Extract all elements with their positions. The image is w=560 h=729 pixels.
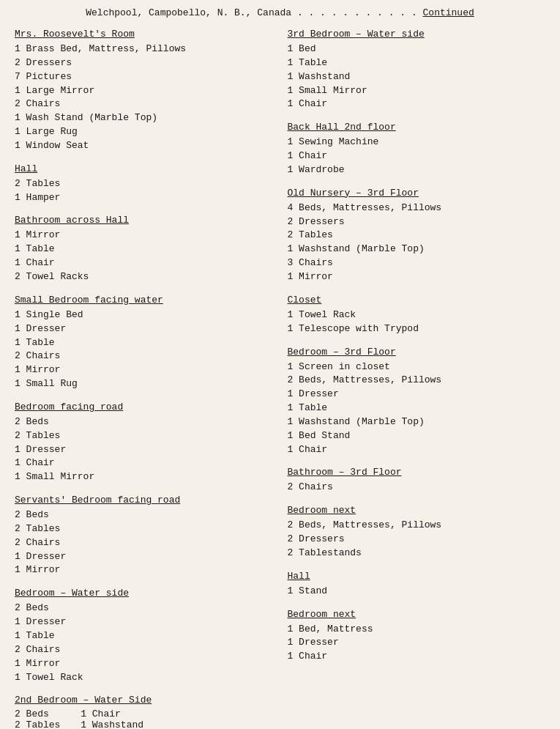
section-bathroom-3rd-floor: Bathroom – 3rd Floor2 Chairs — [288, 467, 546, 495]
section-items-bathroom-across-hall: 1 Mirror1 Table1 Chair2 Towel Racks — [15, 229, 266, 284]
list-item: 1 Stand — [288, 585, 546, 599]
list-item: 2 Chairs — [15, 536, 266, 550]
section-items-hall: 2 Tables1 Hamper — [15, 177, 266, 205]
section-bedroom-facing-road: Bedroom facing road2 Beds2 Tables1 Dress… — [15, 401, 266, 484]
list-item: 1 Wardrobe — [288, 163, 546, 177]
section-servants-bedroom-facing-road: Servants' Bedroom facing road2 Beds2 Tab… — [15, 495, 266, 577]
list-item: 1 Towel Rack — [15, 671, 266, 685]
section-title-back-hall-2nd-floor: Back Hall 2nd floor — [288, 122, 546, 133]
section-items-bedroom-next-1: 2 Beds, Mattresses, Pillows2 Dressers2 T… — [288, 519, 546, 560]
section-old-nursery-3rd-floor: Old Nursery – 3rd Floor4 Beds, Mattresse… — [288, 188, 546, 284]
section-title-small-bedroom-facing-water: Small Bedroom facing water — [15, 295, 266, 306]
list-item: 1 Mirror — [15, 563, 266, 577]
section-items-hall-2: 1 Stand — [288, 585, 546, 599]
section-bathroom-across-hall: Bathroom across Hall1 Mirror1 Table1 Cha… — [15, 215, 266, 284]
section-bedroom-3rd-floor: Bedroom – 3rd Floor1 Screen in closet2 B… — [288, 347, 546, 457]
continued-link: Continued — [423, 7, 474, 18]
list-item: 2 Beds — [15, 708, 66, 719]
list-item: 1 Hamper — [15, 191, 266, 205]
list-item: 1 Washstand (Marble Top) — [288, 243, 546, 256]
list-item: 2 Tables — [15, 719, 66, 729]
list-item: 1 Bed, Mattress — [288, 623, 546, 637]
section-title-hall-2: Hall — [288, 571, 546, 582]
list-item: 4 Beds, Mattresses, Pillows — [288, 201, 546, 215]
list-item: 1 Mirror — [15, 363, 266, 377]
list-item: 1 Small Mirror — [15, 470, 266, 484]
list-item: 1 Dresser — [15, 615, 266, 629]
list-item: 1 Small Mirror — [288, 84, 546, 98]
list-item: 1 Washstand (Marble Top) — [288, 415, 546, 429]
section-mrs-roosevelts-room: Mrs. Roosevelt's Room1 Brass Bed, Mattre… — [15, 29, 266, 153]
section-hall: Hall2 Tables1 Hamper — [15, 163, 266, 205]
list-item: 1 Dresser — [288, 388, 546, 401]
section-title-hall: Hall — [15, 163, 266, 174]
section-items-small-bedroom-facing-water: 1 Single Bed1 Dresser1 Table2 Chairs1 Mi… — [15, 308, 266, 391]
section-items-bedroom-next-2: 1 Bed, Mattress1 Dresser1 Chair — [288, 623, 546, 665]
section-title-bathroom-across-hall: Bathroom across Hall — [15, 215, 266, 226]
list-item: 1 Wash Stand (Marble Top) — [15, 111, 266, 125]
list-item: 1 Mirror — [15, 657, 266, 671]
list-item: 1 Table — [15, 629, 266, 643]
section-3rd-bedroom-water-side: 3rd Bedroom – Water side1 Bed1 Table1 Wa… — [288, 29, 546, 111]
section-title-bedroom-water-side: Bedroom – Water side — [15, 588, 266, 599]
list-item: 2 Dressers — [288, 533, 546, 547]
list-item: 1 Chair — [288, 97, 546, 111]
list-item: 1 Chair — [81, 708, 143, 719]
list-item: 1 Dresser — [15, 322, 266, 336]
section-items-bathroom-3rd-floor: 2 Chairs — [288, 481, 546, 495]
list-item: 2 Beds, Mattresses, Pillows — [288, 374, 546, 388]
list-item: 3 Chairs — [288, 256, 546, 270]
section-title-closet: Closet — [288, 295, 546, 306]
section-items-closet: 1 Towel Rack1 Telescope with Trypod — [288, 308, 546, 336]
list-item: 2 Tables — [15, 522, 266, 536]
section-closet: Closet1 Towel Rack1 Telescope with Trypo… — [288, 295, 546, 336]
list-item: 1 Mirror — [288, 270, 546, 284]
section-items-3rd-bedroom-water-side: 1 Bed1 Table1 Washstand1 Small Mirror1 C… — [288, 42, 546, 111]
two-col-items-2nd-bedroom-water-side: 2 Beds2 Tables1 Dresser1 Chair1 Washstan… — [15, 708, 266, 729]
list-item: 2 Beds — [15, 508, 266, 522]
list-item: 2 Dressers — [15, 56, 266, 70]
list-item: 2 Beds, Mattresses, Pillows — [288, 519, 546, 533]
section-title-bedroom-3rd-floor: Bedroom – 3rd Floor — [288, 347, 546, 358]
section-title-bathroom-3rd-floor: Bathroom – 3rd Floor — [288, 467, 546, 478]
list-item: 1 Chair — [288, 149, 546, 163]
list-item: 1 Chair — [15, 256, 266, 270]
section-bedroom-next-2: Bedroom next1 Bed, Mattress1 Dresser1 Ch… — [288, 609, 546, 665]
section-title-bedroom-next-1: Bedroom next — [288, 505, 546, 516]
list-item: 1 Large Mirror — [15, 84, 266, 98]
list-item: 1 Sewing Machine — [288, 136, 546, 149]
section-title-3rd-bedroom-water-side: 3rd Bedroom – Water side — [288, 29, 546, 40]
section-items-bedroom-facing-road: 2 Beds2 Tables1 Dresser1 Chair1 Small Mi… — [15, 415, 266, 484]
section-title-bedroom-facing-road: Bedroom facing road — [15, 401, 266, 412]
list-item: 1 Table — [15, 336, 266, 350]
section-2nd-bedroom-water-side: 2nd Bedroom – Water Side2 Beds2 Tables1 … — [15, 695, 266, 729]
list-item: 2 Dressers — [288, 215, 546, 229]
list-item: 2 Beds — [15, 415, 266, 429]
section-bedroom-water-side: Bedroom – Water side2 Beds1 Dresser1 Tab… — [15, 588, 266, 684]
list-item: 2 Beds — [15, 602, 266, 615]
section-back-hall-2nd-floor: Back Hall 2nd floor1 Sewing Machine1 Cha… — [288, 122, 546, 177]
list-item: 2 Chairs — [15, 349, 266, 363]
section-items-servants-bedroom-facing-road: 2 Beds2 Tables2 Chairs1 Dresser1 Mirror — [15, 508, 266, 577]
left-column: Mrs. Roosevelt's Room1 Brass Bed, Mattre… — [15, 29, 280, 729]
list-item: 1 Table — [288, 401, 546, 415]
list-item: 1 Telescope with Trypod — [288, 322, 546, 336]
list-item: 2 Tables — [288, 229, 546, 243]
list-item: 2 Tables — [15, 177, 266, 191]
list-item: 2 Chairs — [15, 643, 266, 657]
list-item: 1 Chair — [288, 650, 546, 664]
list-item: 1 Single Bed — [15, 308, 266, 322]
section-bedroom-next-1: Bedroom next2 Beds, Mattresses, Pillows2… — [288, 505, 546, 560]
list-item: 1 Table — [288, 56, 546, 70]
section-title-servants-bedroom-facing-road: Servants' Bedroom facing road — [15, 495, 266, 506]
section-title-bedroom-next-2: Bedroom next — [288, 609, 546, 620]
section-title-old-nursery-3rd-floor: Old Nursery – 3rd Floor — [288, 188, 546, 199]
list-item: 1 Mirror — [15, 229, 266, 243]
list-item: 1 Bed — [288, 42, 546, 56]
header: Welchpool, Campobello, N. B., Canada . .… — [15, 7, 545, 18]
section-hall-2: Hall1 Stand — [288, 571, 546, 599]
list-item: 2 Towel Racks — [15, 270, 266, 284]
section-items-back-hall-2nd-floor: 1 Sewing Machine1 Chair1 Wardrobe — [288, 136, 546, 177]
list-item: 7 Pictures — [15, 70, 266, 84]
list-item: 1 Screen in closet — [288, 360, 546, 374]
